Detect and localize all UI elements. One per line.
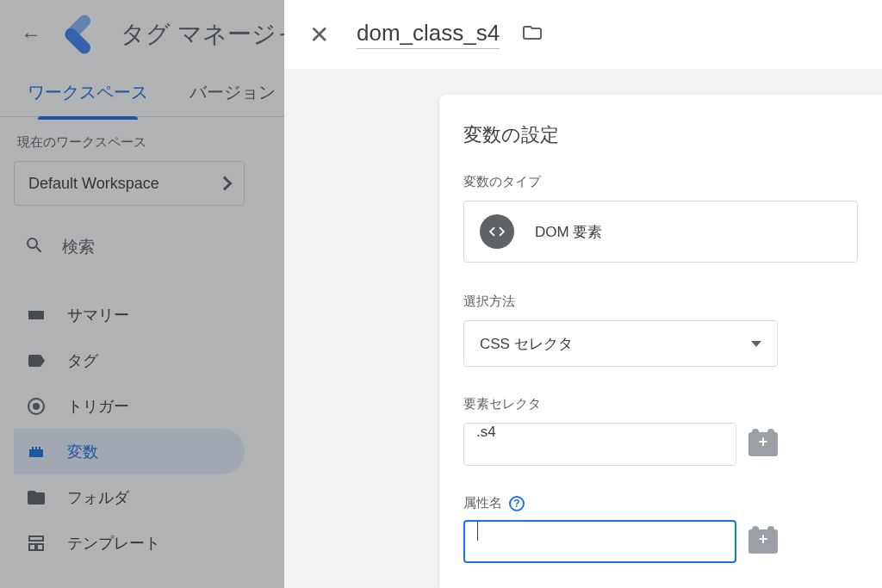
attribute-label: 属性名 xyxy=(463,495,502,511)
close-icon[interactable]: ✕ xyxy=(301,21,336,49)
panel-header: ✕ dom_class_s4 xyxy=(284,0,882,69)
code-icon xyxy=(480,214,514,249)
element-selector-input[interactable]: .s4 xyxy=(463,423,736,466)
insert-variable-button[interactable] xyxy=(748,432,778,456)
help-icon[interactable]: ? xyxy=(509,496,525,511)
select-method-dropdown[interactable]: CSS セレクタ xyxy=(463,320,778,367)
text-cursor xyxy=(477,522,478,541)
folder-open-icon[interactable] xyxy=(520,22,544,46)
variable-name-input[interactable]: dom_class_s4 xyxy=(357,20,500,49)
element-selector-label: 要素セレクタ xyxy=(463,396,858,412)
variable-config-card: 変数の設定 変数のタイプ DOM 要素 選択方法 CSS セレクタ 要素セレクタ… xyxy=(439,95,882,588)
variable-editor-panel: ✕ dom_class_s4 変数の設定 変数のタイプ DOM 要素 選択方法 … xyxy=(284,0,882,588)
element-selector-value: .s4 xyxy=(476,424,496,440)
variable-type-value: DOM 要素 xyxy=(535,222,602,242)
select-method-label: 選択方法 xyxy=(463,294,858,310)
attribute-name-input[interactable] xyxy=(463,520,736,563)
select-method-value: CSS セレクタ xyxy=(480,334,573,354)
type-label: 変数のタイプ xyxy=(463,174,858,190)
chevron-down-icon xyxy=(751,341,761,347)
variable-type-picker[interactable]: DOM 要素 xyxy=(463,201,858,263)
insert-variable-button[interactable] xyxy=(748,529,778,554)
card-title: 変数の設定 xyxy=(463,122,858,148)
